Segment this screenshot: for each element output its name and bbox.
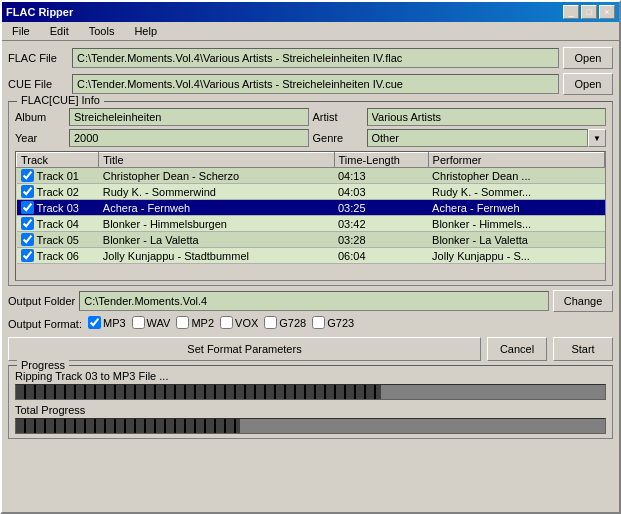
close-button[interactable]: × bbox=[599, 5, 615, 19]
track-number: Track 04 bbox=[37, 218, 79, 230]
content-area: FLAC File Open CUE File Open FLAC[CUE] I… bbox=[2, 41, 619, 512]
track-number: Track 02 bbox=[37, 186, 79, 198]
format-label-mp2: MP2 bbox=[191, 317, 214, 329]
format-option: MP2 bbox=[176, 316, 214, 329]
progress-group: Progress Ripping Track 03 to MP3 File ..… bbox=[8, 365, 613, 439]
album-input[interactable] bbox=[69, 108, 309, 126]
track-checkbox[interactable] bbox=[21, 217, 34, 230]
track-title: Jolly Kunjappu - Stadtbummel bbox=[99, 248, 334, 264]
format-label-wav: WAV bbox=[147, 317, 171, 329]
track-cell: Track 04 bbox=[17, 216, 99, 232]
info-group-title: FLAC[CUE] Info bbox=[17, 94, 104, 106]
genre-label: Genre bbox=[313, 129, 363, 147]
artist-input[interactable] bbox=[367, 108, 607, 126]
genre-dropdown-button[interactable]: ▼ bbox=[588, 129, 606, 147]
flac-file-row: FLAC File Open bbox=[8, 47, 613, 69]
col-header-track: Track bbox=[17, 153, 99, 168]
format-option: G723 bbox=[312, 316, 354, 329]
total-progress-fill bbox=[16, 419, 240, 433]
cancel-button[interactable]: Cancel bbox=[487, 337, 547, 361]
cue-open-button[interactable]: Open bbox=[563, 73, 613, 95]
progress-fill bbox=[16, 385, 381, 399]
track-time: 04:13 bbox=[334, 168, 428, 184]
format-label-g723: G723 bbox=[327, 317, 354, 329]
cue-input[interactable] bbox=[72, 74, 559, 94]
track-performer: Blonker - Himmels... bbox=[428, 216, 604, 232]
set-format-button[interactable]: Set Format Parameters bbox=[8, 337, 481, 361]
menu-bar: File Edit Tools Help bbox=[2, 22, 619, 41]
genre-input[interactable] bbox=[367, 129, 589, 147]
album-label: Album bbox=[15, 108, 65, 126]
progress-bar bbox=[15, 384, 606, 400]
track-cell: Track 03 bbox=[17, 200, 99, 216]
cue-file-row: CUE File Open bbox=[8, 73, 613, 95]
title-bar: FLAC Ripper _ □ × bbox=[2, 2, 619, 22]
track-performer: Blonker - La Valetta bbox=[428, 232, 604, 248]
track-table: Track Title Time-Length Performer Track … bbox=[16, 152, 605, 264]
track-time: 03:42 bbox=[334, 216, 428, 232]
track-time: 04:03 bbox=[334, 184, 428, 200]
format-label-vox: VOX bbox=[235, 317, 258, 329]
minimize-button[interactable]: _ bbox=[563, 5, 579, 19]
menu-help[interactable]: Help bbox=[128, 24, 163, 38]
format-option: MP3 bbox=[88, 316, 126, 329]
output-folder-label: Output Folder bbox=[8, 295, 75, 307]
format-option: G728 bbox=[264, 316, 306, 329]
table-row[interactable]: Track 02Rudy K. - Sommerwind04:03Rudy K.… bbox=[17, 184, 605, 200]
flac-input[interactable] bbox=[72, 48, 559, 68]
format-option: WAV bbox=[132, 316, 171, 329]
track-cell: Track 05 bbox=[17, 232, 99, 248]
maximize-button[interactable]: □ bbox=[581, 5, 597, 19]
progress-group-title: Progress bbox=[17, 359, 69, 371]
table-row[interactable]: Track 01Christopher Dean - Scherzo04:13C… bbox=[17, 168, 605, 184]
track-checkbox[interactable] bbox=[21, 233, 34, 246]
year-label: Year bbox=[15, 129, 65, 147]
total-progress-bar bbox=[15, 418, 606, 434]
track-performer: Jolly Kunjappu - S... bbox=[428, 248, 604, 264]
format-label: Output Format: bbox=[8, 318, 82, 330]
track-title: Christopher Dean - Scherzo bbox=[99, 168, 334, 184]
output-folder-input[interactable] bbox=[79, 291, 549, 311]
track-cell: Track 06 bbox=[17, 248, 99, 264]
table-row[interactable]: Track 06Jolly Kunjappu - Stadtbummel06:0… bbox=[17, 248, 605, 264]
menu-tools[interactable]: Tools bbox=[83, 24, 121, 38]
output-folder-row: Output Folder Change bbox=[8, 290, 613, 312]
start-button[interactable]: Start bbox=[553, 337, 613, 361]
col-header-time: Time-Length bbox=[334, 153, 428, 168]
track-performer: Achera - Fernweh bbox=[428, 200, 604, 216]
format-checkbox-g728[interactable] bbox=[264, 316, 277, 329]
track-checkbox[interactable] bbox=[21, 185, 34, 198]
track-title: Blonker - Himmelsburgen bbox=[99, 216, 334, 232]
table-row[interactable]: Track 03Achera - Fernweh03:25Achera - Fe… bbox=[17, 200, 605, 216]
action-row: Set Format Parameters Cancel Start bbox=[8, 337, 613, 361]
format-row: Output Format: MP3WAVMP2VOXG728G723 bbox=[8, 316, 613, 331]
format-checkbox-vox[interactable] bbox=[220, 316, 233, 329]
track-checkbox[interactable] bbox=[21, 249, 34, 262]
table-row[interactable]: Track 05Blonker - La Valetta03:28Blonker… bbox=[17, 232, 605, 248]
format-checkbox-mp2[interactable] bbox=[176, 316, 189, 329]
track-performer: Rudy K. - Sommer... bbox=[428, 184, 604, 200]
track-table-scroll[interactable]: Track Title Time-Length Performer Track … bbox=[16, 152, 605, 281]
menu-edit[interactable]: Edit bbox=[44, 24, 75, 38]
track-checkbox[interactable] bbox=[21, 201, 34, 214]
format-checkbox-mp3[interactable] bbox=[88, 316, 101, 329]
total-progress-section: Total Progress bbox=[15, 404, 606, 434]
track-table-container: Track Title Time-Length Performer Track … bbox=[15, 151, 606, 281]
flac-label: FLAC File bbox=[8, 52, 68, 64]
window-controls: _ □ × bbox=[563, 5, 615, 19]
track-time: 03:28 bbox=[334, 232, 428, 248]
genre-container: ▼ bbox=[367, 129, 607, 147]
track-checkbox[interactable] bbox=[21, 169, 34, 182]
flac-open-button[interactable]: Open bbox=[563, 47, 613, 69]
track-cell: Track 01 bbox=[17, 168, 99, 184]
format-label-mp3: MP3 bbox=[103, 317, 126, 329]
track-title: Blonker - La Valetta bbox=[99, 232, 334, 248]
change-button[interactable]: Change bbox=[553, 290, 613, 312]
format-checkbox-wav[interactable] bbox=[132, 316, 145, 329]
format-checkbox-g723[interactable] bbox=[312, 316, 325, 329]
table-row[interactable]: Track 04Blonker - Himmelsburgen03:42Blon… bbox=[17, 216, 605, 232]
year-input[interactable] bbox=[69, 129, 309, 147]
window-title: FLAC Ripper bbox=[6, 6, 73, 18]
menu-file[interactable]: File bbox=[6, 24, 36, 38]
format-label-g728: G728 bbox=[279, 317, 306, 329]
